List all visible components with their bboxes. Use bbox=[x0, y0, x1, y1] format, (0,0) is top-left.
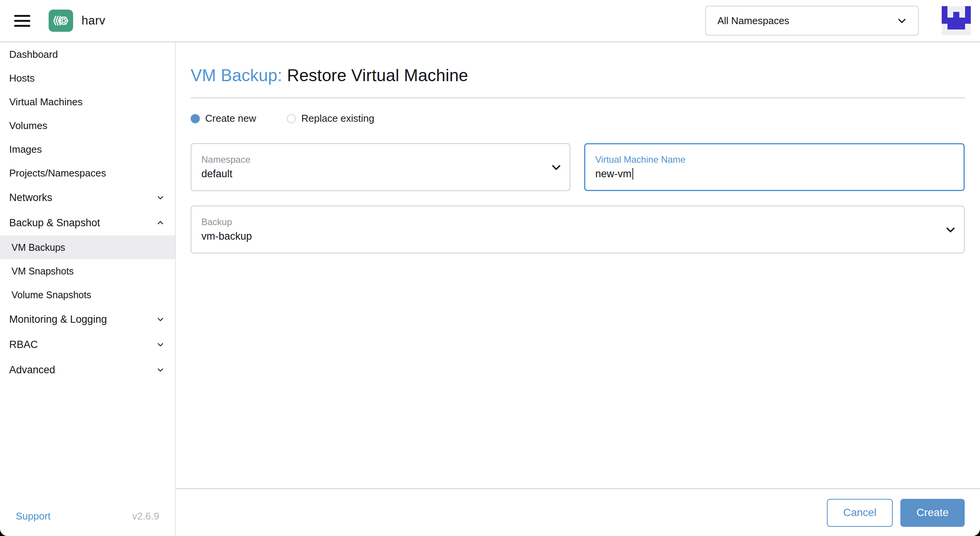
product-name: harv bbox=[82, 14, 105, 28]
chevron-up-icon bbox=[156, 218, 165, 227]
sidebar-item-label: Volumes bbox=[9, 120, 47, 132]
page-title-main: Restore Virtual Machine bbox=[287, 66, 468, 85]
namespace-filter-dropdown[interactable]: All Namespaces bbox=[705, 6, 919, 36]
sidebar-item-label: Dashboard bbox=[9, 49, 58, 60]
vm-name-input-label: Virtual Machine Name bbox=[595, 154, 937, 165]
version-label: v2.6.9 bbox=[132, 510, 159, 522]
sidebar-group-backup-snapshot[interactable]: Backup & Snapshot bbox=[0, 210, 175, 235]
page-title: VM Backup: Restore Virtual Machine bbox=[191, 65, 965, 85]
sidebar-item-label: Images bbox=[9, 144, 42, 155]
namespace-select[interactable]: Namespace default bbox=[191, 143, 570, 191]
sidebar-group-label: Networks bbox=[9, 192, 52, 204]
sidebar-item-images[interactable]: Images bbox=[0, 137, 175, 161]
namespace-filter-value: All Namespaces bbox=[717, 15, 789, 27]
header-right: All Namespaces bbox=[705, 6, 971, 36]
sidebar-item-vm-backups[interactable]: VM Backups bbox=[0, 235, 175, 259]
sidebar-item-label: Hosts bbox=[9, 72, 34, 84]
sidebar-group-networks[interactable]: Networks bbox=[0, 185, 175, 210]
sidebar-item-label: Volume Snapshots bbox=[11, 289, 91, 301]
sidebar-item-label: VM Snapshots bbox=[11, 266, 74, 277]
sidebar-item-hosts[interactable]: Hosts bbox=[0, 66, 175, 90]
radio-unselected-icon bbox=[287, 114, 296, 123]
action-bar: Cancel Create bbox=[176, 488, 980, 536]
sidebar: Dashboard Hosts Virtual Machines Volumes… bbox=[0, 42, 176, 536]
sidebar-item-virtual-machines[interactable]: Virtual Machines bbox=[0, 90, 175, 114]
radio-create-new[interactable]: Create new bbox=[191, 113, 256, 124]
chevron-down-icon bbox=[550, 162, 562, 173]
radio-label: Replace existing bbox=[301, 113, 374, 124]
chevron-down-icon bbox=[897, 15, 907, 26]
chevron-down-icon bbox=[156, 193, 165, 202]
sidebar-item-projects-namespaces[interactable]: Projects/Namespaces bbox=[0, 161, 175, 185]
cancel-button[interactable]: Cancel bbox=[827, 499, 893, 527]
sidebar-item-label: Projects/Namespaces bbox=[9, 167, 106, 179]
vm-name-input-value: new-vm bbox=[595, 167, 632, 181]
create-button[interactable]: Create bbox=[900, 499, 965, 527]
sidebar-item-dashboard[interactable]: Dashboard bbox=[0, 42, 175, 66]
namespace-select-value: default bbox=[201, 167, 543, 181]
vm-name-input[interactable]: Virtual Machine Name new-vm bbox=[584, 143, 965, 191]
chevron-down-icon bbox=[156, 315, 165, 324]
title-divider bbox=[191, 97, 965, 98]
user-avatar[interactable] bbox=[942, 6, 971, 35]
sidebar-item-label: VM Backups bbox=[11, 242, 65, 253]
namespace-select-label: Namespace bbox=[201, 154, 543, 165]
backup-select[interactable]: Backup vm-backup bbox=[191, 206, 965, 253]
chevron-down-icon bbox=[156, 340, 165, 349]
sidebar-item-volume-snapshots[interactable]: Volume Snapshots bbox=[0, 283, 175, 307]
radio-selected-icon bbox=[191, 114, 200, 123]
harvester-logo-icon bbox=[49, 10, 73, 32]
radio-replace-existing[interactable]: Replace existing bbox=[287, 113, 374, 124]
backup-select-label: Backup bbox=[201, 216, 937, 228]
sidebar-footer: Support v2.6.9 bbox=[0, 496, 175, 536]
radio-label: Create new bbox=[205, 113, 256, 124]
sidebar-group-monitoring-logging[interactable]: Monitoring & Logging bbox=[0, 307, 175, 332]
hamburger-menu-icon[interactable] bbox=[14, 15, 30, 27]
text-caret bbox=[632, 168, 633, 180]
restore-mode-radio-group: Create new Replace existing bbox=[191, 113, 965, 124]
page-title-prefix: VM Backup: bbox=[191, 66, 282, 85]
sidebar-group-rbac[interactable]: RBAC bbox=[0, 332, 175, 357]
sidebar-group-label: Monitoring & Logging bbox=[9, 314, 107, 325]
chevron-down-icon bbox=[156, 365, 165, 374]
top-header: harv All Namespaces bbox=[0, 0, 980, 42]
main-panel: VM Backup: Restore Virtual Machine Creat… bbox=[176, 42, 980, 536]
sidebar-item-label: Virtual Machines bbox=[9, 96, 83, 108]
header-left: harv bbox=[14, 10, 105, 32]
app-window: harv All Namespaces bbox=[0, 0, 980, 536]
sidebar-group-advanced[interactable]: Advanced bbox=[0, 357, 175, 382]
support-link[interactable]: Support bbox=[16, 510, 51, 522]
sidebar-group-label: Backup & Snapshot bbox=[9, 217, 100, 229]
sidebar-group-label: RBAC bbox=[9, 339, 38, 351]
chevron-down-icon bbox=[945, 224, 956, 235]
sidebar-item-vm-snapshots[interactable]: VM Snapshots bbox=[0, 259, 175, 283]
sidebar-item-volumes[interactable]: Volumes bbox=[0, 114, 175, 137]
backup-select-value: vm-backup bbox=[201, 229, 937, 243]
sidebar-group-label: Advanced bbox=[9, 364, 55, 376]
